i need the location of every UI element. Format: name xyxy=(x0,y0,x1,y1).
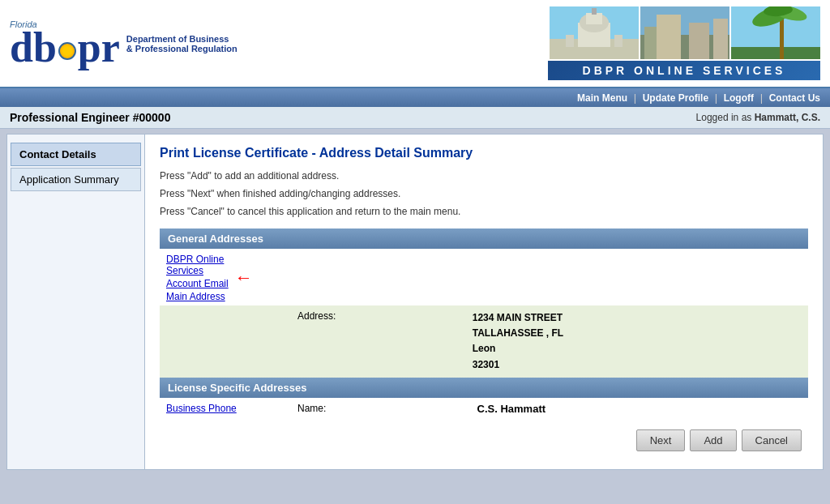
banner-title: DBPR ONLINE SERVICES xyxy=(548,61,820,80)
dbpr-online-services-link[interactable]: DBPR OnlineServices xyxy=(166,254,229,276)
page-header: Florida db pr Department of Business & P… xyxy=(0,0,830,88)
contact-us-link[interactable]: Contact Us xyxy=(769,92,820,104)
sidebar-item-contact-details[interactable]: Contact Details xyxy=(11,143,141,166)
add-button[interactable]: Add xyxy=(690,429,736,451)
address-value: 1234 MAIN STREETTALLAHASSEE , FLLeon3230… xyxy=(473,310,800,373)
empty-link-cell xyxy=(160,305,289,378)
content-wrapper: Contact Details Application Summary Prin… xyxy=(7,135,823,469)
online-services-banner: DBPR ONLINE SERVICES xyxy=(548,6,820,80)
general-addresses-header: General Addresses xyxy=(160,229,808,249)
logo-circle-icon xyxy=(58,42,76,60)
svg-rect-12 xyxy=(644,27,657,59)
table-row-address: Address: 1234 MAIN STREETTALLAHASSEE , F… xyxy=(160,305,808,378)
banner-photos xyxy=(550,6,820,59)
empty-cell2 xyxy=(464,249,808,305)
table-row: DBPR OnlineServices Account Email Main A… xyxy=(160,249,808,305)
svg-rect-15 xyxy=(731,47,820,59)
svg-rect-5 xyxy=(592,8,597,15)
name-value: C.S. Hammatt xyxy=(477,403,546,415)
svg-rect-6 xyxy=(566,35,574,47)
login-info: Logged in as Hammatt, C.S. xyxy=(696,112,820,123)
instructions: Press "Add" to add an additional address… xyxy=(160,169,808,219)
main-address-link[interactable]: Main Address xyxy=(166,291,229,302)
address-value-cell: 1234 MAIN STREETTALLAHASSEE , FLLeon3230… xyxy=(464,305,808,378)
svg-rect-4 xyxy=(586,13,602,24)
svg-rect-10 xyxy=(657,15,681,59)
instruction2: Press "Next" when finished adding/changi… xyxy=(160,186,808,201)
page-title-bar: Professional Engineer #00000 Logged in a… xyxy=(0,107,830,129)
empty-cell xyxy=(289,249,464,305)
svg-rect-7 xyxy=(614,35,622,47)
sidebar-item-application-summary[interactable]: Application Summary xyxy=(11,168,141,191)
content-title: Print License Certificate - Address Deta… xyxy=(160,146,808,160)
svg-rect-13 xyxy=(713,19,728,59)
svg-rect-16 xyxy=(780,15,784,59)
logo-db: db xyxy=(10,29,57,67)
main-menu-link[interactable]: Main Menu xyxy=(577,92,627,104)
next-button[interactable]: Next xyxy=(636,429,686,451)
account-email-link[interactable]: Account Email xyxy=(166,278,229,289)
name-label: Name: xyxy=(297,403,326,414)
red-arrow-icon: ← xyxy=(235,269,253,287)
palm-photo xyxy=(731,6,820,59)
page-title: Professional Engineer #00000 xyxy=(10,111,170,124)
capitol-photo xyxy=(550,6,639,59)
logoff-link[interactable]: Logoff xyxy=(724,92,754,104)
dept-line2: & Professional Regulation xyxy=(126,44,237,53)
dept-line1: Department of Business xyxy=(126,34,237,44)
button-bar: Next Add Cancel xyxy=(160,420,808,458)
logo-area: Florida db pr Department of Business & P… xyxy=(10,19,237,67)
building-photo xyxy=(640,6,729,59)
name-label-cell: Name: xyxy=(289,398,469,420)
cancel-button[interactable]: Cancel xyxy=(742,429,802,451)
sidebar: Contact Details Application Summary xyxy=(7,135,145,469)
instruction3: Press "Cancel" to cancel this applicatio… xyxy=(160,204,808,219)
name-value-cell: C.S. Hammatt xyxy=(469,398,808,420)
logo-pr: pr xyxy=(78,29,120,67)
content-area: Print License Certificate - Address Deta… xyxy=(145,135,823,469)
update-profile-link[interactable]: Update Profile xyxy=(643,92,708,104)
address-label-cell: Address: xyxy=(289,305,464,378)
main-container: Contact Details Application Summary Prin… xyxy=(6,134,824,470)
nav-bar: Main Menu | Update Profile | Logoff | Co… xyxy=(0,88,830,107)
license-addresses-table: Business Phone Name: C.S. Hammatt xyxy=(160,398,808,420)
address-label: Address: xyxy=(297,310,336,322)
instruction1: Press "Add" to add an additional address… xyxy=(160,169,808,183)
general-addresses-table: DBPR OnlineServices Account Email Main A… xyxy=(160,249,808,378)
license-addresses-header: License Specific Addresses xyxy=(160,378,808,398)
business-phone-link[interactable]: Business Phone xyxy=(166,403,237,414)
svg-rect-11 xyxy=(689,23,709,59)
table-row-business: Business Phone Name: C.S. Hammatt xyxy=(160,398,808,420)
